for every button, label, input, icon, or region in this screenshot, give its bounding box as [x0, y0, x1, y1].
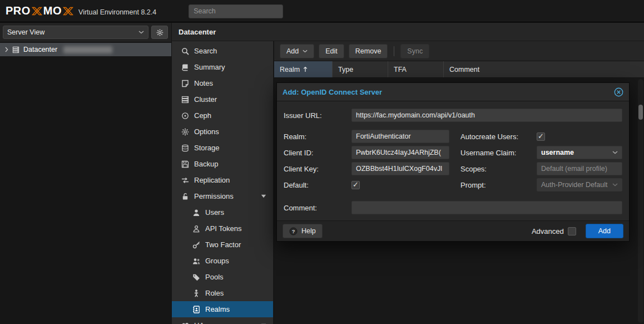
username-claim-value: username: [541, 149, 574, 156]
nav-item-roles[interactable]: Roles: [172, 285, 273, 301]
proxmox-x-icon: [32, 7, 42, 16]
chevron-right-icon[interactable]: [5, 47, 8, 52]
retweet-icon: [181, 176, 189, 184]
nav-item-replication[interactable]: Replication: [172, 172, 273, 188]
add-button-label: Add: [286, 47, 299, 55]
scopes-label: Scopes:: [460, 165, 537, 173]
nav-item-label: Realms: [205, 305, 230, 313]
nav-item-storage[interactable]: Storage: [172, 140, 273, 156]
prompt-select[interactable]: Auth-Provider Default: [537, 178, 622, 192]
close-icon[interactable]: [614, 87, 623, 97]
dialog-titlebar[interactable]: Add: OpenID Connect Server: [277, 83, 629, 101]
users-icon: [192, 257, 200, 265]
server-view-select[interactable]: Server View: [3, 26, 148, 39]
username-claim-select[interactable]: username: [537, 146, 622, 159]
address-book-icon: [192, 306, 200, 313]
server-stack-icon: [181, 96, 189, 104]
realms-table-header: Realm Type TFA Comment: [274, 61, 644, 78]
realm-field[interactable]: [351, 130, 449, 143]
add-button[interactable]: Add: [280, 44, 314, 58]
column-header-tfa[interactable]: TFA: [388, 61, 444, 77]
scopes-field[interactable]: [537, 162, 622, 175]
nav-item-cluster[interactable]: Cluster: [172, 91, 273, 107]
global-search-input[interactable]: [189, 4, 283, 18]
comment-row: Comment:: [284, 201, 622, 214]
server-view-label: Server View: [7, 28, 44, 36]
nav-item-label: Options: [194, 127, 219, 136]
nav-item-two-factor[interactable]: Two Factor: [172, 237, 273, 253]
dialog-add-button[interactable]: Add: [586, 224, 623, 238]
client-id-label: Client ID:: [284, 149, 351, 157]
redacted-text: [63, 46, 112, 53]
nav-item-search[interactable]: Search: [172, 43, 273, 59]
nav-item-realms[interactable]: Realms: [172, 301, 273, 317]
client-id-field[interactable]: [351, 146, 449, 159]
dialog-footer: ? Help Advanced Add: [277, 220, 629, 241]
advanced-checkbox[interactable]: [568, 227, 576, 235]
chevron-down-icon[interactable]: [261, 194, 266, 198]
chevron-down-icon: [612, 151, 618, 154]
nav-item-permissions[interactable]: Permissions: [172, 188, 273, 204]
nav-item-label: Groups: [205, 257, 229, 265]
nav-item-label: Roles: [205, 289, 224, 297]
nav-item-label: Pools: [205, 273, 224, 281]
column-header-comment[interactable]: Comment: [444, 61, 644, 77]
default-checkbox[interactable]: [351, 181, 360, 189]
nav-item-users[interactable]: Users: [172, 204, 273, 220]
help-button[interactable]: ? Help: [283, 224, 323, 238]
nav-item-label: Backup: [194, 160, 218, 168]
server-stack-icon: [12, 46, 19, 53]
tree-node-label: Datacenter: [23, 46, 57, 53]
sidebar-settings-button[interactable]: [151, 26, 168, 39]
username-claim-label: Username Claim:: [460, 149, 537, 157]
prompt-value: Auth-Provider Default: [541, 181, 608, 189]
column-header-realm[interactable]: Realm: [274, 61, 333, 77]
vertical-scrollbar[interactable]: [638, 79, 643, 323]
autocreate-users-label: Autocreate Users:: [460, 132, 537, 141]
proxmox-app: PRO MO Virtual Environment 8.2.4 Server …: [0, 0, 644, 324]
nav-item-label: Ceph: [194, 111, 211, 120]
tree-node-datacenter[interactable]: Datacenter: [0, 43, 171, 56]
user-outline-icon: [192, 225, 200, 233]
sticky-note-icon: [181, 80, 189, 87]
advanced-group: Advanced Add: [532, 224, 623, 238]
issuer-url-row: Issuer URL:: [284, 109, 622, 122]
user-icon: [192, 209, 200, 217]
nav-item-notes[interactable]: Notes: [172, 75, 273, 91]
column-label: Comment: [449, 66, 479, 73]
search-icon: [181, 47, 189, 55]
comment-label: Comment:: [284, 204, 351, 212]
nav-item-label: Users: [205, 208, 224, 217]
client-key-field[interactable]: [351, 162, 449, 175]
nav-item-backup[interactable]: Backup: [172, 156, 273, 172]
nav-item-ceph[interactable]: Ceph: [172, 107, 273, 124]
default-label: Default:: [284, 181, 351, 189]
nav-item-groups[interactable]: Groups: [172, 253, 273, 269]
nav-item-label: Notes: [194, 79, 213, 87]
issuer-url-field[interactable]: [351, 109, 622, 122]
book-icon: [181, 63, 189, 71]
nav-item-summary[interactable]: Summary: [172, 59, 273, 75]
autocreate-users-checkbox[interactable]: [537, 132, 545, 141]
column-label: Type: [338, 66, 353, 73]
comment-field[interactable]: [351, 201, 622, 214]
gear-icon: [156, 29, 164, 36]
nav-item-label: Search: [194, 47, 217, 55]
sync-button[interactable]: Sync: [400, 44, 429, 58]
ceph-icon: [181, 112, 189, 120]
column-label: TFA: [394, 66, 407, 73]
chevron-down-icon: [612, 183, 618, 186]
nav-item-label: Storage: [194, 144, 220, 152]
nav-item-label: Replication: [194, 176, 230, 184]
proxmox-logo: PRO MO: [6, 4, 73, 17]
nav-item-pools[interactable]: Pools: [172, 269, 273, 285]
nav-item-options[interactable]: Options: [172, 124, 273, 140]
version-text: Virtual Environment 8.2.4: [78, 8, 156, 16]
scrollbar-thumb[interactable]: [638, 105, 643, 120]
nav-item-api-tokens[interactable]: API Tokens: [172, 220, 273, 237]
edit-button[interactable]: Edit: [319, 44, 344, 58]
nav-item-ha[interactable]: HA: [172, 317, 273, 324]
toolbar-separator: [394, 46, 394, 56]
remove-button[interactable]: Remove: [349, 44, 388, 58]
column-header-type[interactable]: Type: [333, 61, 388, 77]
